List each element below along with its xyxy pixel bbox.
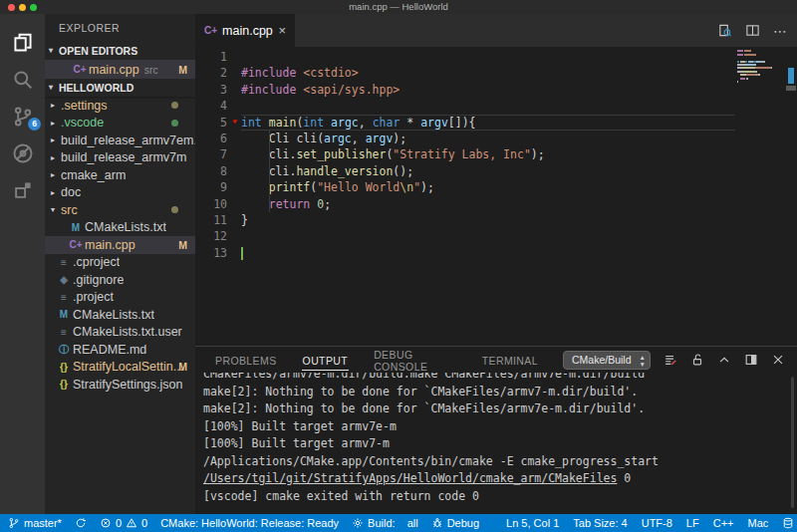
tree-item-cmakelists-txt[interactable]: MCMakeLists.txt (45, 219, 195, 237)
status-bar: master* 0 0 CMake: HelloWorld: Release: … (0, 514, 797, 532)
clear-output-icon[interactable] (664, 353, 677, 367)
close-tab-icon[interactable]: × (278, 23, 286, 38)
open-changes-icon[interactable] (717, 23, 732, 38)
explorer-sidebar: EXPLORER ▾ OPEN EDITORS C+main.cppsrcM ▾… (45, 14, 195, 514)
encoding-indicator[interactable]: UTF-8 (642, 517, 672, 529)
tree-item-cmakelists-txt[interactable]: MCMakeLists.txt (45, 306, 195, 324)
problems-status[interactable]: 0 0 (100, 517, 147, 529)
sync-button[interactable] (75, 517, 87, 529)
line-number[interactable]: 3 (195, 82, 241, 98)
split-editor-icon[interactable] (745, 23, 760, 38)
line-number[interactable]: 12 (195, 228, 241, 244)
line-number[interactable]: 13 (195, 245, 241, 261)
folder-section-header[interactable]: ▾ HELLOWORLD (45, 79, 195, 97)
panel-tab-debug-console[interactable]: DEBUG CONSOLE (373, 344, 457, 376)
database-icon[interactable] (782, 517, 794, 529)
panel-tab-terminal[interactable]: TERMINAL (481, 350, 539, 370)
search-icon[interactable] (0, 61, 45, 98)
panel-tab-problems[interactable]: PROBLEMS (214, 350, 278, 370)
tree-item-main-cpp[interactable]: C+main.cppM (45, 236, 195, 254)
open-editors-list: C+main.cppsrcM (45, 60, 195, 79)
maximize-panel-icon[interactable] (717, 353, 731, 367)
tree-item--project[interactable]: ≡.project (45, 289, 195, 307)
line-number[interactable]: 7 (195, 146, 241, 162)
tree-item--vscode[interactable]: ▸.vscode (45, 115, 195, 133)
tree-item--settings[interactable]: ▸.settings (45, 97, 195, 115)
tree-item-stratifylocalsettin-[interactable]: {}StratifyLocalSettin...M (45, 359, 195, 377)
git-branch-status[interactable]: master* (8, 517, 62, 529)
code-line-1: 1 (195, 49, 797, 65)
build-target[interactable]: all (407, 517, 418, 529)
line-number[interactable]: 5▶ (195, 115, 241, 131)
scrollbar-thumb[interactable] (786, 86, 796, 91)
source-control-icon[interactable]: 6 (0, 98, 45, 134)
doc-icon: ≡ (57, 327, 71, 338)
tab-main-cpp[interactable]: C+ main.cpp × (195, 14, 295, 47)
warning-icon (126, 517, 137, 529)
tree-item--gitignore[interactable]: ◈.gitignore (45, 271, 195, 289)
platform-indicator[interactable]: Mac (748, 517, 769, 529)
output-console[interactable]: CMakeFiles/armv7e-m.dir/build.make CMake… (195, 373, 797, 514)
eol-indicator[interactable]: LF (686, 517, 699, 529)
tab-size-indicator[interactable]: Tab Size: 4 (573, 517, 627, 529)
line-number[interactable]: 9 (195, 179, 241, 195)
cpp-file-icon: C+ (204, 25, 217, 36)
line-number[interactable]: 1 (195, 49, 241, 65)
cursor-position[interactable]: Ln 5, Col 1 (506, 517, 559, 529)
tree-item-stratifysettings-json[interactable]: {}StratifySettings.json (45, 376, 195, 394)
git-status-dot (171, 120, 178, 127)
tree-item-build-release-armv7em-[interactable]: ▸build_release_armv7em.. (45, 132, 195, 149)
chevron-right-icon: ▸ (51, 153, 61, 162)
panel-scrollbar[interactable] (791, 377, 794, 508)
tree-item--cproject[interactable]: ≡.cproject (45, 254, 195, 272)
tab-label: main.cpp (222, 24, 273, 38)
doc-icon: ≡ (57, 292, 71, 303)
tree-item-cmakelists-txt-user[interactable]: ≡CMakeLists.txt.user (45, 324, 195, 342)
branch-icon (8, 517, 20, 529)
tree-item-src[interactable]: ▾src (45, 201, 195, 219)
toggle-panel-layout-icon[interactable] (744, 353, 758, 367)
debug-icon[interactable] (0, 134, 45, 171)
tree-item-doc[interactable]: ▸doc (45, 184, 195, 202)
panel-tab-output[interactable]: OUTPUT (302, 350, 350, 371)
code-editor[interactable]: 12#include <cstdio>3#include <sapi/sys.h… (195, 47, 797, 346)
chevron-right-icon: ▸ (51, 119, 61, 128)
cmake-status[interactable]: CMake: HelloWorld: Release: Ready (160, 517, 339, 529)
explorer-icon[interactable] (0, 24, 45, 61)
open-editors-header[interactable]: ▾ OPEN EDITORS (45, 42, 195, 60)
open-editor-item[interactable]: C+main.cppsrcM (45, 60, 195, 79)
line-number[interactable]: 4 (195, 98, 241, 114)
language-mode[interactable]: C++ (713, 517, 734, 529)
code-line-13: 13 (195, 245, 797, 261)
output-line: /Users/tgil/git/StratifyApps/HelloWorld/… (203, 470, 797, 488)
tab-bar: C+ main.cpp × ⋯ (195, 14, 797, 47)
line-number[interactable]: 2 (195, 65, 241, 81)
file-link[interactable]: /Users/tgil/git/StratifyApps/HelloWorld/… (203, 471, 617, 485)
debug-launch-button[interactable]: Debug (431, 517, 479, 529)
line-number[interactable]: 6 (195, 131, 241, 146)
more-actions-icon[interactable]: ⋯ (773, 26, 787, 36)
modified-badge: M (178, 361, 187, 373)
code-lines: 12#include <cstdio>3#include <sapi/sys.h… (195, 49, 797, 261)
line-number[interactable]: 11 (195, 212, 241, 228)
panel-header: PROBLEMSOUTPUTDEBUG CONSOLETERMINAL CMak… (195, 347, 797, 373)
extensions-icon[interactable] (0, 171, 45, 208)
minimap[interactable] (737, 47, 783, 166)
close-panel-icon[interactable] (771, 353, 785, 367)
tree-item-cmake-arm[interactable]: ▸cmake_arm (45, 166, 195, 184)
line-number[interactable]: 10 (195, 196, 241, 212)
output-channel-select[interactable]: CMake/Build ▲▼ (563, 351, 651, 370)
git-status-dot (171, 102, 178, 109)
tree-item-build-release-armv7m[interactable]: ▸build_release_armv7m (45, 149, 195, 167)
vscode-window: main.cpp — HelloWorld 6 EXPLORER (0, 0, 797, 532)
info-icon: ⓘ (57, 343, 71, 357)
sidebar-title: EXPLORER (45, 14, 195, 42)
cmake-build-button[interactable]: Build: all (352, 517, 418, 529)
overview-ruler[interactable] (784, 47, 797, 346)
line-number[interactable]: 8 (195, 163, 241, 179)
unlock-scroll-icon[interactable] (690, 353, 704, 367)
file-tree: ▸.settings▸.vscode▸build_release_armv7em… (45, 97, 195, 394)
scrollbar-marker (788, 68, 794, 84)
tree-item-readme-md[interactable]: ⓘREADME.md (45, 341, 195, 359)
code-line-3: 3#include <sapi/sys.hpp> (195, 82, 797, 98)
